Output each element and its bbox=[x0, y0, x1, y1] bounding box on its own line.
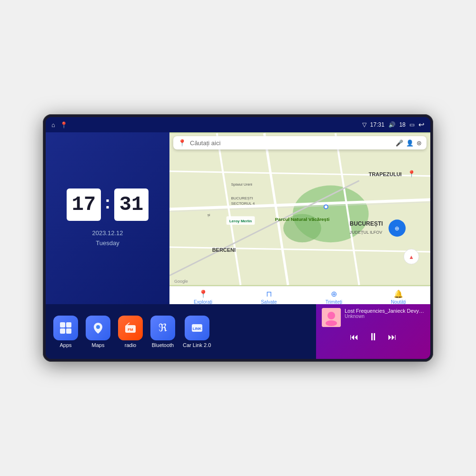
signal-icon: ▽ bbox=[362, 121, 367, 128]
svg-line-37 bbox=[127, 323, 129, 325]
carlink-label: Car Link 2.0 bbox=[183, 342, 211, 348]
clock-hour: 17 bbox=[67, 188, 101, 221]
svg-text:TRAPEZULUI: TRAPEZULUI bbox=[368, 171, 401, 177]
bluetooth-icon: ℜ bbox=[150, 316, 175, 340]
apps-row: Apps Maps bbox=[46, 304, 316, 359]
radio-label: radio bbox=[125, 342, 136, 348]
music-controls: ⏮ ⏸ ⏭ bbox=[322, 331, 425, 343]
music-thumbnail bbox=[322, 308, 341, 327]
salvate-icon: ⊓ bbox=[266, 289, 272, 298]
svg-text:JUDEȚUL ILFOV: JUDEȚUL ILFOV bbox=[350, 230, 382, 235]
app-bluetooth[interactable]: ℜ Bluetooth bbox=[150, 316, 175, 348]
svg-text:și: și bbox=[208, 213, 210, 217]
svg-text:Splaiul Unirii: Splaiul Unirii bbox=[231, 182, 253, 187]
music-top: Lost Frequencies_Janieck Devy-... Unknow… bbox=[322, 308, 425, 327]
svg-point-42 bbox=[327, 312, 335, 319]
google-maps-icon: 📍 bbox=[178, 139, 186, 147]
app-apps[interactable]: Apps bbox=[53, 316, 78, 348]
map-search-bar[interactable]: 📍 Căutați aici 🎤 👤 ⊛ bbox=[173, 136, 426, 149]
noutati-icon: 🔔 bbox=[394, 289, 403, 298]
svg-text:ℜ: ℜ bbox=[159, 322, 167, 334]
map-panel[interactable]: 📍 Căutați aici 🎤 👤 ⊛ bbox=[169, 132, 430, 304]
clock-panel: 17 : 31 2023.12.12 Tuesday bbox=[46, 132, 169, 304]
trimiteti-icon: ⊕ bbox=[331, 289, 337, 298]
layers-icon[interactable]: ⊛ bbox=[416, 139, 422, 147]
maps-label: Maps bbox=[92, 342, 105, 348]
main-content: 17 : 31 2023.12.12 Tuesday 📍 Căutați aic… bbox=[46, 132, 430, 359]
svg-text:⊕: ⊕ bbox=[395, 225, 399, 232]
clock-minute: 31 bbox=[114, 188, 149, 221]
status-bar: ⌂ 📍 ▽ 17:31 🔊 18 ▭ ↩ bbox=[46, 117, 430, 132]
clock-display: 17 : 31 bbox=[67, 188, 149, 221]
music-info: Lost Frequencies_Janieck Devy-... Unknow… bbox=[345, 308, 425, 319]
device-screen: ⌂ 📍 ▽ 17:31 🔊 18 ▭ ↩ 17 : 31 bbox=[46, 117, 430, 359]
map-bottom-nav: 📍 Explorați ⊓ Salvate ⊕ Trimiteți 🔔 bbox=[169, 286, 430, 304]
account-icon[interactable]: 👤 bbox=[406, 139, 414, 147]
status-right: ▽ 17:31 🔊 18 ▭ ↩ bbox=[362, 120, 425, 129]
bottom-section: Apps Maps bbox=[46, 304, 430, 359]
carlink-icon: LINK bbox=[185, 316, 209, 340]
svg-point-43 bbox=[326, 320, 337, 326]
explorati-icon: 📍 bbox=[198, 289, 208, 298]
svg-point-34 bbox=[96, 325, 100, 329]
svg-text:▲: ▲ bbox=[408, 254, 414, 260]
next-button[interactable]: ⏭ bbox=[388, 332, 397, 342]
home-icon[interactable]: ⌂ bbox=[51, 121, 55, 129]
music-player: Lost Frequencies_Janieck Devy-... Unknow… bbox=[316, 304, 430, 359]
music-title: Lost Frequencies_Janieck Devy-... bbox=[345, 308, 425, 314]
volume-level: 18 bbox=[399, 121, 406, 128]
app-maps[interactable]: Maps bbox=[86, 316, 110, 348]
map-nav-noutati[interactable]: 🔔 Noutăți bbox=[391, 289, 406, 304]
svg-text:BUCUREȘTI: BUCUREȘTI bbox=[231, 196, 253, 200]
map-view[interactable]: Parcul Natural Văcărești TRAPEZULUI BUCU… bbox=[169, 132, 430, 286]
status-left: ⌂ 📍 bbox=[51, 121, 68, 129]
device-frame: ⌂ 📍 ▽ 17:31 🔊 18 ▭ ↩ 17 : 31 bbox=[43, 114, 433, 362]
svg-text:FM: FM bbox=[128, 327, 133, 332]
app-radio[interactable]: FM radio bbox=[118, 316, 143, 348]
svg-rect-30 bbox=[60, 322, 65, 327]
svg-text:LINK: LINK bbox=[192, 327, 201, 331]
map-nav-explorati[interactable]: 📍 Explorați bbox=[194, 289, 212, 304]
clock-date: 2023.12.12 Tuesday bbox=[92, 228, 123, 248]
app-carlink[interactable]: LINK Car Link 2.0 bbox=[183, 316, 211, 348]
apps-icon bbox=[53, 316, 78, 340]
maps-icon bbox=[86, 316, 110, 340]
back-button[interactable]: ↩ bbox=[418, 120, 425, 129]
bluetooth-label: Bluetooth bbox=[152, 342, 174, 348]
volume-icon: 🔊 bbox=[388, 121, 396, 128]
map-search-placeholder[interactable]: Căutați aici bbox=[190, 139, 392, 147]
time-display: 17:31 bbox=[370, 121, 385, 128]
svg-text:Google: Google bbox=[174, 279, 188, 284]
music-artist: Unknown bbox=[345, 314, 425, 319]
svg-text:SECTORUL 4: SECTORUL 4 bbox=[231, 201, 255, 206]
svg-text:BUCUREȘTI: BUCUREȘTI bbox=[350, 220, 383, 227]
svg-point-21 bbox=[325, 205, 327, 208]
clock-colon: : bbox=[105, 193, 110, 213]
map-pin-icon[interactable]: 📍 bbox=[60, 121, 68, 129]
apps-label: Apps bbox=[60, 342, 71, 348]
play-pause-button[interactable]: ⏸ bbox=[368, 331, 378, 343]
svg-rect-32 bbox=[60, 328, 65, 334]
top-section: 17 : 31 2023.12.12 Tuesday 📍 Căutați aic… bbox=[46, 132, 430, 304]
svg-text:📍: 📍 bbox=[407, 170, 416, 178]
radio-icon: FM bbox=[118, 316, 143, 340]
prev-button[interactable]: ⏮ bbox=[350, 332, 358, 342]
map-nav-salvate[interactable]: ⊓ Salvate bbox=[261, 289, 277, 304]
svg-rect-31 bbox=[66, 322, 71, 327]
battery-icon: ▭ bbox=[409, 121, 415, 128]
map-search-actions: 🎤 👤 ⊛ bbox=[396, 139, 422, 147]
svg-text:Leroy Merlin: Leroy Merlin bbox=[229, 219, 252, 223]
svg-text:BERCENI: BERCENI bbox=[212, 247, 236, 253]
map-nav-trimiteti[interactable]: ⊕ Trimiteți bbox=[326, 289, 342, 304]
svg-rect-33 bbox=[66, 328, 71, 334]
svg-text:Parcul Natural Văcărești: Parcul Natural Văcărești bbox=[275, 217, 330, 222]
mic-icon[interactable]: 🎤 bbox=[396, 139, 403, 147]
